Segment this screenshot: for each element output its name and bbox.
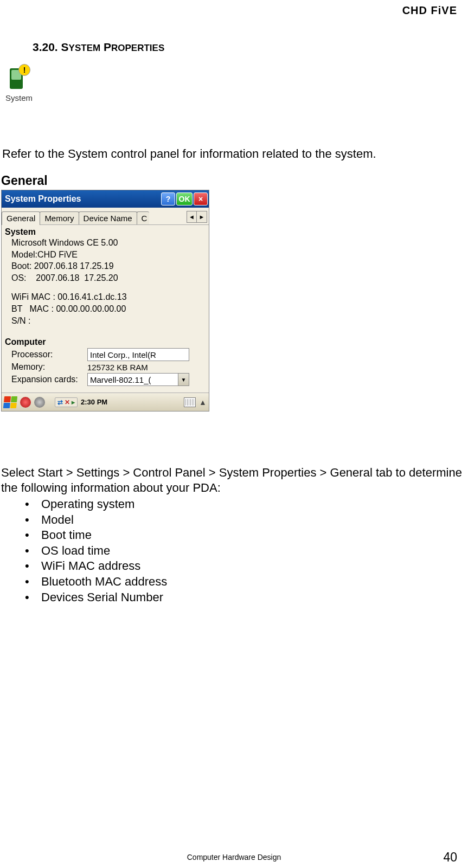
wifi-mac-line: WiFi MAC : 00.16.41.c1.dc.13 bbox=[5, 291, 206, 303]
chevron-up-icon[interactable]: ▲ bbox=[199, 398, 207, 407]
serial-line: S/N : bbox=[5, 315, 206, 327]
list-item: WiFi MAC address bbox=[25, 558, 167, 574]
processor-label: Processor: bbox=[11, 350, 87, 359]
processor-field[interactable]: Intel Corp., Intel(R bbox=[87, 348, 189, 361]
system-icon-label: System bbox=[5, 93, 33, 102]
footer-center-text: Computer Hardware Design bbox=[187, 853, 281, 861]
osload-line: OS: 2007.06.18 17.25.20 bbox=[5, 272, 206, 284]
page-number: 40 bbox=[443, 850, 457, 865]
system-properties-window: System Properties ? OK × General Memory … bbox=[1, 190, 209, 412]
keyboard-icon[interactable] bbox=[184, 397, 196, 407]
body-paragraph: Select Start > Settings > Control Panel … bbox=[1, 465, 462, 495]
ok-button[interactable]: OK bbox=[176, 192, 193, 205]
expansion-select[interactable]: Marvell-802.11_( ▼ bbox=[87, 373, 189, 386]
taskbar-clock[interactable]: 2:30 PM bbox=[81, 398, 107, 406]
system-icon-block: ! System bbox=[5, 65, 33, 102]
list-item: Devices Serial Number bbox=[25, 590, 167, 606]
help-button[interactable]: ? bbox=[161, 192, 175, 205]
general-heading: General bbox=[1, 173, 48, 188]
tab-scroll-arrows: ◄ ► bbox=[187, 211, 207, 223]
general-panel: System Microsoft Windows CE 5.00 Model:C… bbox=[2, 225, 209, 393]
tab-general[interactable]: General bbox=[2, 211, 40, 225]
tray-icon[interactable] bbox=[34, 397, 45, 408]
tray-icon[interactable] bbox=[20, 397, 31, 408]
intro-text: Refer to the System control panel for in… bbox=[2, 147, 376, 161]
close-button[interactable]: × bbox=[194, 192, 208, 205]
tab-device-name[interactable]: Device Name bbox=[79, 211, 137, 224]
tab-scroll-right[interactable]: ► bbox=[197, 211, 207, 222]
computer-group-label: Computer bbox=[5, 337, 206, 347]
memory-label: Memory: bbox=[11, 362, 87, 372]
brand-text: CHD FiVE bbox=[402, 4, 457, 17]
boot-line: Boot: 2007.06.18 17.25.19 bbox=[5, 260, 206, 272]
os-line: Microsoft Windows CE 5.00 bbox=[5, 237, 206, 249]
list-item: Boot time bbox=[25, 528, 167, 543]
tab-memory[interactable]: Memory bbox=[40, 211, 79, 224]
page-footer: Computer Hardware Design bbox=[0, 853, 468, 861]
taskbar: ⇄ ✕ ▸ 2:30 PM ▲ bbox=[2, 393, 209, 411]
window-title: System Properties bbox=[5, 194, 160, 204]
network-icon: ⇄ bbox=[57, 398, 63, 406]
list-item: Model bbox=[25, 512, 167, 528]
list-item: Bluetooth MAC address bbox=[25, 574, 167, 590]
model-line: Model:CHD FiVE bbox=[5, 249, 206, 261]
play-icon: ▸ bbox=[72, 398, 75, 406]
chevron-down-icon[interactable]: ▼ bbox=[178, 374, 189, 385]
window-titlebar: System Properties ? OK × bbox=[2, 190, 209, 208]
expansion-label: Expansion cards: bbox=[11, 375, 87, 384]
connection-group[interactable]: ⇄ ✕ ▸ bbox=[55, 397, 78, 407]
expansion-select-text: Marvell-802.11_( bbox=[88, 375, 178, 384]
section-heading: 3.20. SYSTEM PROPERTIES bbox=[33, 41, 164, 54]
memory-value: 125732 KB RAM bbox=[87, 363, 189, 372]
tab-partial[interactable]: C bbox=[137, 211, 150, 224]
tab-strip: General Memory Device Name C ◄ ► bbox=[2, 208, 209, 225]
list-item: OS load time bbox=[25, 543, 167, 559]
bt-mac-line: BT MAC : 00.00.00.00.00.00 bbox=[5, 303, 206, 315]
x-icon: ✕ bbox=[65, 398, 70, 406]
start-button[interactable] bbox=[3, 396, 17, 408]
bullet-list: Operating system Model Boot time OS load… bbox=[25, 497, 167, 605]
system-group-label: System bbox=[5, 227, 206, 237]
alert-badge-icon: ! bbox=[18, 64, 30, 76]
system-device-icon: ! bbox=[5, 65, 33, 92]
list-item: Operating system bbox=[25, 497, 167, 512]
tab-scroll-left[interactable]: ◄ bbox=[187, 211, 197, 222]
